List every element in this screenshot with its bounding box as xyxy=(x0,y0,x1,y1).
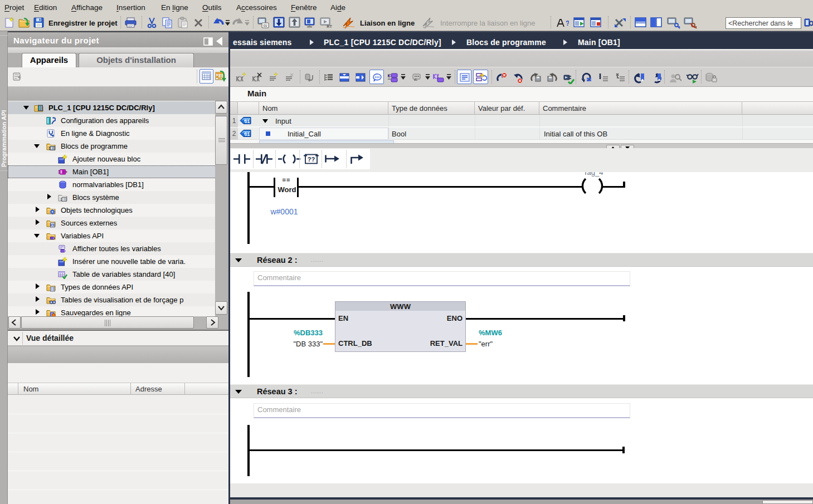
svg-text:??: ?? xyxy=(308,156,315,163)
svg-text:01: 01 xyxy=(245,131,250,137)
svg-text:RT: RT xyxy=(327,25,332,28)
svg-text:01: 01 xyxy=(51,224,53,226)
svg-text:01: 01 xyxy=(245,119,250,124)
svg-text:01: 01 xyxy=(264,24,267,27)
svg-text:?: ? xyxy=(566,19,569,27)
